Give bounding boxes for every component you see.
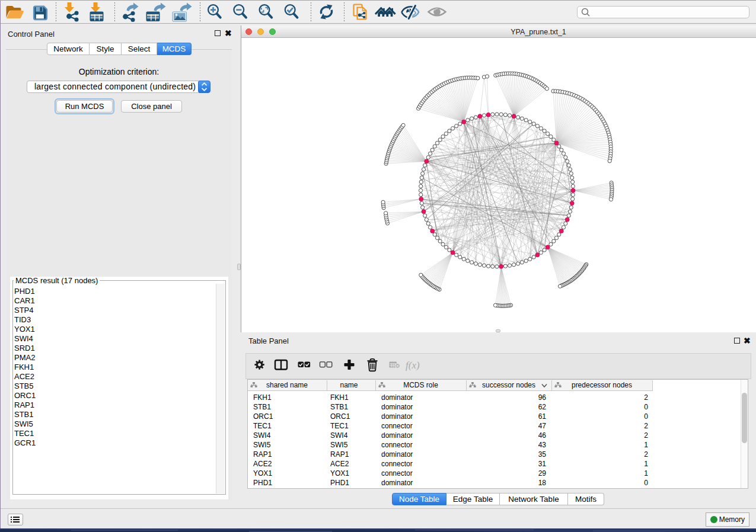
svg-text:f(x): f(x) [406,360,420,371]
